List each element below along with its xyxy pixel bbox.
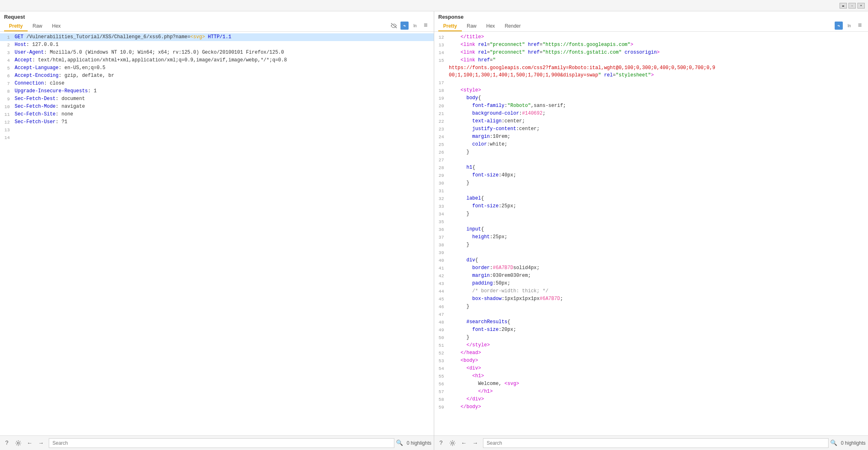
table-row: 18 <style>	[434, 87, 868, 94]
table-row: 38 }	[434, 241, 868, 249]
response-panel: Response Pretty Raw Hex Render ↷ ln ≡ 12…	[434, 11, 868, 450]
table-row: 28 h1{	[434, 164, 868, 172]
table-row: https://fonts.googleapis.com/css2?family…	[434, 64, 868, 72]
table-row: 43 padding:50px;	[434, 280, 868, 287]
request-tab-hex[interactable]: Hex	[47, 22, 65, 31]
table-row: 41 border:#6A7B7Dsolid4px;	[434, 264, 868, 272]
table-row: 37 height:25px;	[434, 233, 868, 241]
table-row: 6 Accept-Encoding: gzip, deflate, br	[0, 72, 434, 80]
request-search-icon: 🔍	[394, 438, 404, 448]
table-row: 4 Accept: text/html,application/xhtml+xm…	[0, 57, 434, 64]
request-highlights-badge: 0 highlights	[407, 440, 431, 446]
request-bottom-icons: ? ← →	[2, 439, 46, 448]
request-help-icon[interactable]: ?	[2, 439, 11, 448]
response-bottom-icons: ? ← →	[437, 439, 480, 448]
request-eye-icon[interactable]	[390, 22, 398, 30]
table-row: 50 }	[434, 334, 868, 341]
response-tab-bar: Pretty Raw Hex Render ↷ ln ≡	[438, 22, 864, 31]
table-row: 36 input{	[434, 226, 868, 233]
table-row: 22 text-align:center;	[434, 117, 868, 125]
table-row: 19 body{	[434, 94, 868, 102]
table-row: 35	[434, 218, 868, 226]
request-settings-icon[interactable]	[14, 439, 23, 448]
table-row: 5 Accept-Language: en-US,en;q=0.5	[0, 64, 434, 72]
table-row: 47	[434, 311, 868, 318]
table-row: 55 <h1>	[434, 372, 868, 380]
table-row: 13 <link rel="preconnect" href="https://…	[434, 41, 868, 49]
response-code-area: 12 </title> 13 <link rel="preconnect" hr…	[434, 32, 868, 435]
request-back-icon[interactable]: ←	[25, 439, 34, 448]
table-row: 17	[434, 79, 868, 87]
table-row: 1 GET /Vulnerabilities_Tutorial/XSS/Chal…	[0, 33, 434, 41]
request-panel-header: Request Pretty Raw Hex ↷ ln ≡	[0, 11, 434, 32]
table-row: 46 }	[434, 303, 868, 311]
table-row: 3 User-Agent: Mozilla/5.0 (Windows NT 10…	[0, 49, 434, 57]
table-row: 44 /* border-width: thick; */	[434, 287, 868, 295]
table-row: 58 </div>	[434, 396, 868, 403]
table-row: 45 box-shadow:1px1px1px1px#6A7B7D;	[434, 295, 868, 303]
main-panels: Request Pretty Raw Hex ↷ ln ≡	[0, 11, 868, 450]
close-button[interactable]: ×	[857, 3, 865, 9]
response-title: Response	[438, 14, 864, 20]
top-bar: ▬ – ×	[0, 0, 868, 11]
table-row: 23 justify-content:center;	[434, 125, 868, 133]
request-forward-icon[interactable]: →	[37, 439, 46, 448]
response-settings-icon[interactable]	[448, 439, 457, 448]
response-tab-raw[interactable]: Raw	[462, 22, 481, 31]
response-tab-hex[interactable]: Hex	[481, 22, 500, 31]
response-tab-render[interactable]: Render	[500, 22, 525, 31]
table-row: 9 Sec-Fetch-Dest: document	[0, 95, 434, 103]
request-tab-pretty[interactable]: Pretty	[4, 22, 28, 31]
response-search-icon: 🔍	[829, 438, 838, 448]
response-menu-icon[interactable]: ≡	[856, 22, 864, 30]
response-tab-actions: ↷ ln ≡	[835, 22, 864, 31]
table-row: 12 </title>	[434, 33, 868, 41]
table-row: 51 </style>	[434, 341, 868, 349]
request-tab-raw[interactable]: Raw	[28, 22, 47, 31]
table-row: 29 font-size:40px;	[434, 172, 868, 179]
table-row: 24 margin:10rem;	[434, 133, 868, 141]
table-row: 14 <link rel="preconnect" href="https://…	[434, 49, 868, 57]
response-back-icon[interactable]: ←	[459, 439, 468, 448]
minimize-button[interactable]: –	[848, 3, 856, 9]
table-row: 53 <body>	[434, 357, 868, 365]
response-panel-header: Response Pretty Raw Hex Render ↷ ln ≡	[434, 11, 868, 32]
table-row: 57 </h1>	[434, 388, 868, 396]
table-row: 7 Connection: close	[0, 80, 434, 87]
table-row: 59 </body>	[434, 403, 868, 411]
response-tab-pretty[interactable]: Pretty	[438, 22, 462, 31]
table-row: 25 color:white;	[434, 141, 868, 148]
request-tab-bar: Pretty Raw Hex ↷ ln ≡	[4, 22, 430, 31]
table-row: 14	[0, 134, 434, 141]
response-highlights-badge: 0 highlights	[841, 440, 866, 446]
table-row: 49 font-size:20px;	[434, 326, 868, 334]
table-row: 11 Sec-Fetch-Site: none	[0, 111, 434, 118]
table-row: 20 font-family:"Roboto",sans-serif;	[434, 102, 868, 110]
request-menu-icon[interactable]: ≡	[422, 22, 430, 30]
request-search-input[interactable]	[49, 438, 394, 448]
table-row: 15 <link href="	[434, 57, 868, 64]
window-controls: ▬ – ×	[840, 3, 865, 9]
response-ln-icon[interactable]: ln	[845, 22, 853, 30]
request-code-area: 1 GET /Vulnerabilities_Tutorial/XSS/Chal…	[0, 32, 434, 435]
response-search-input[interactable]	[483, 438, 829, 448]
table-row: 8 Upgrade-Insecure-Requests: 1	[0, 87, 434, 95]
request-ln-icon[interactable]: ln	[411, 22, 419, 30]
request-tab-actions: ↷ ln ≡	[390, 22, 430, 31]
table-row: 42 margin:030rem030rem;	[434, 272, 868, 280]
table-row: 00;1,100;1,300;1,400;1,500;1,700;1,900&d…	[434, 72, 868, 79]
table-row: 48 #searchResults{	[434, 318, 868, 326]
table-row: 39	[434, 249, 868, 257]
response-help-icon[interactable]: ?	[437, 439, 446, 448]
request-bottom-bar: ? ← → 🔍 0 highlights	[0, 435, 434, 450]
table-row: 27	[434, 156, 868, 164]
table-row: 10 Sec-Fetch-Mode: navigate	[0, 103, 434, 111]
svg-point-1	[452, 442, 454, 444]
table-row: 30 }	[434, 179, 868, 187]
tile-button[interactable]: ▬	[840, 3, 847, 9]
request-wrap-icon[interactable]: ↷	[400, 22, 409, 30]
response-wrap-icon[interactable]: ↷	[835, 22, 843, 30]
response-forward-icon[interactable]: →	[471, 439, 480, 448]
svg-point-0	[17, 442, 20, 444]
response-bottom-bar: ? ← → 🔍 0 highlights	[434, 435, 868, 450]
